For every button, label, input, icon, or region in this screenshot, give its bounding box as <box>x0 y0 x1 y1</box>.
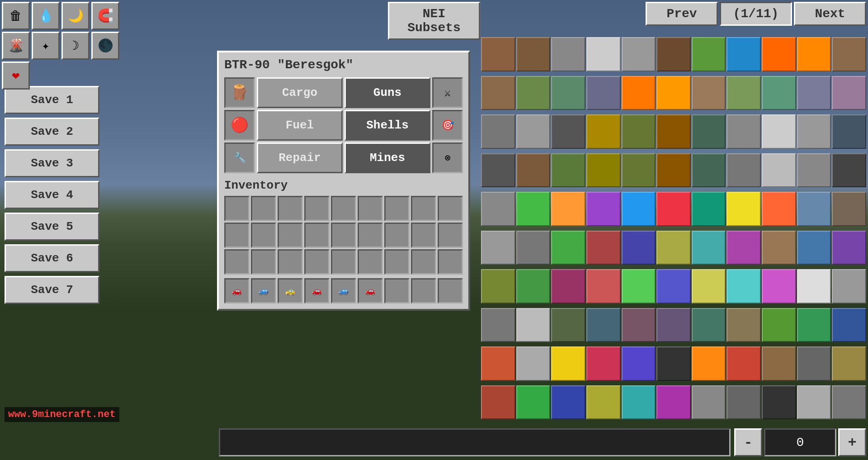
item-cell-101[interactable] <box>551 385 585 420</box>
item-cell-89[interactable] <box>516 346 551 381</box>
search-input[interactable] <box>219 428 731 456</box>
item-cell-30[interactable] <box>762 114 796 149</box>
item-cell-8[interactable] <box>762 37 796 71</box>
item-cell-83[interactable] <box>692 308 726 342</box>
inv-slot-2-4[interactable] <box>331 249 356 275</box>
item-cell-40[interactable] <box>726 153 761 188</box>
item-cell-22[interactable] <box>481 114 515 149</box>
item-cell-13[interactable] <box>551 76 585 110</box>
item-cell-35[interactable] <box>551 153 585 188</box>
guns-tab[interactable]: Guns <box>344 77 430 108</box>
item-cell-88[interactable] <box>481 346 515 381</box>
item-cell-43[interactable] <box>832 153 866 188</box>
item-cell-81[interactable] <box>622 308 656 342</box>
vehicle-slot-3[interactable]: 🚗 <box>304 278 330 304</box>
item-cell-23[interactable] <box>516 114 551 149</box>
item-cell-94[interactable] <box>692 346 726 381</box>
plus-button[interactable]: + <box>838 428 866 456</box>
item-cell-19[interactable] <box>762 76 796 110</box>
inv-slot-0-5[interactable] <box>358 196 383 221</box>
item-cell-82[interactable] <box>656 308 691 342</box>
save3-button[interactable]: Save 3 <box>5 149 99 177</box>
inv-slot-2-7[interactable] <box>411 249 436 275</box>
item-cell-73[interactable] <box>726 269 761 304</box>
item-cell-97[interactable] <box>797 346 831 381</box>
item-cell-48[interactable] <box>622 192 656 226</box>
item-cell-71[interactable] <box>656 269 691 304</box>
item-cell-36[interactable] <box>586 153 621 188</box>
item-cell-47[interactable] <box>586 192 621 226</box>
inv-slot-1-6[interactable] <box>384 223 410 248</box>
save5-button[interactable]: Save 5 <box>5 213 99 241</box>
item-cell-87[interactable] <box>832 308 866 342</box>
item-cell-108[interactable] <box>797 385 831 420</box>
item-cell-26[interactable] <box>622 114 656 149</box>
inv-slot-1-7[interactable] <box>411 223 436 248</box>
item-cell-29[interactable] <box>726 114 761 149</box>
item-cell-45[interactable] <box>516 192 551 226</box>
inv-slot-1-5[interactable] <box>358 223 383 248</box>
volcano-button[interactable]: 🌋 <box>2 32 30 60</box>
item-cell-44[interactable] <box>481 192 515 226</box>
item-cell-92[interactable] <box>622 346 656 381</box>
item-cell-63[interactable] <box>762 231 796 265</box>
item-cell-109[interactable] <box>832 385 866 420</box>
dark-moon-button[interactable]: 🌑 <box>91 32 119 60</box>
item-cell-78[interactable] <box>516 308 551 342</box>
fuel-tab[interactable]: Fuel <box>257 110 343 141</box>
inv-slot-2-8[interactable] <box>438 249 463 275</box>
item-cell-51[interactable] <box>726 192 761 226</box>
inv-slot-1-3[interactable] <box>304 223 330 248</box>
item-cell-12[interactable] <box>516 76 551 110</box>
trash-button[interactable]: 🗑 <box>2 2 30 30</box>
cargo-tab[interactable]: Cargo <box>257 77 343 108</box>
inv-slot-0-1[interactable] <box>251 196 276 221</box>
item-cell-49[interactable] <box>656 192 691 226</box>
magnet-button[interactable]: 🧲 <box>91 2 119 30</box>
item-cell-103[interactable] <box>622 385 656 420</box>
vehicle-slot-1[interactable]: 🚙 <box>251 278 276 304</box>
item-cell-68[interactable] <box>551 269 585 304</box>
item-cell-17[interactable] <box>692 76 726 110</box>
inv-slot-0-2[interactable] <box>278 196 303 221</box>
inv-slot-1-0[interactable] <box>224 223 250 248</box>
vehicle-slot-5[interactable]: 🚗 <box>358 278 383 304</box>
inv-slot-1-2[interactable] <box>278 223 303 248</box>
item-cell-34[interactable] <box>516 153 551 188</box>
item-cell-21[interactable] <box>832 76 866 110</box>
item-cell-15[interactable] <box>622 76 656 110</box>
save6-button[interactable]: Save 6 <box>5 244 99 272</box>
item-cell-99[interactable] <box>481 385 515 420</box>
item-cell-52[interactable] <box>762 192 796 226</box>
mines-tab[interactable]: Mines <box>344 142 430 173</box>
item-cell-61[interactable] <box>692 231 726 265</box>
item-cell-65[interactable] <box>832 231 866 265</box>
inv-slot-1-1[interactable] <box>251 223 276 248</box>
sun-button[interactable]: ✦ <box>32 32 60 60</box>
item-cell-56[interactable] <box>516 231 551 265</box>
save4-button[interactable]: Save 4 <box>5 181 99 209</box>
item-cell-86[interactable] <box>797 308 831 342</box>
inv-slot-0-3[interactable] <box>304 196 330 221</box>
moon-button[interactable]: 🌙 <box>61 2 90 30</box>
inv-slot-0-8[interactable] <box>438 196 463 221</box>
item-cell-67[interactable] <box>516 269 551 304</box>
item-cell-0[interactable] <box>481 37 515 71</box>
item-cell-5[interactable] <box>656 37 691 71</box>
item-cell-72[interactable] <box>692 269 726 304</box>
water-button[interactable]: 💧 <box>32 2 60 30</box>
item-cell-59[interactable] <box>622 231 656 265</box>
vehicle-slot-0[interactable]: 🚗 <box>224 278 250 304</box>
item-cell-32[interactable] <box>832 114 866 149</box>
item-cell-7[interactable] <box>726 37 761 71</box>
item-cell-18[interactable] <box>726 76 761 110</box>
item-cell-64[interactable] <box>797 231 831 265</box>
item-cell-1[interactable] <box>516 37 551 71</box>
inv-slot-0-6[interactable] <box>384 196 410 221</box>
item-cell-42[interactable] <box>797 153 831 188</box>
item-cell-95[interactable] <box>726 346 761 381</box>
item-cell-41[interactable] <box>762 153 796 188</box>
item-cell-14[interactable] <box>586 76 621 110</box>
prev-button[interactable]: Prev <box>646 2 718 26</box>
item-cell-10[interactable] <box>832 37 866 71</box>
